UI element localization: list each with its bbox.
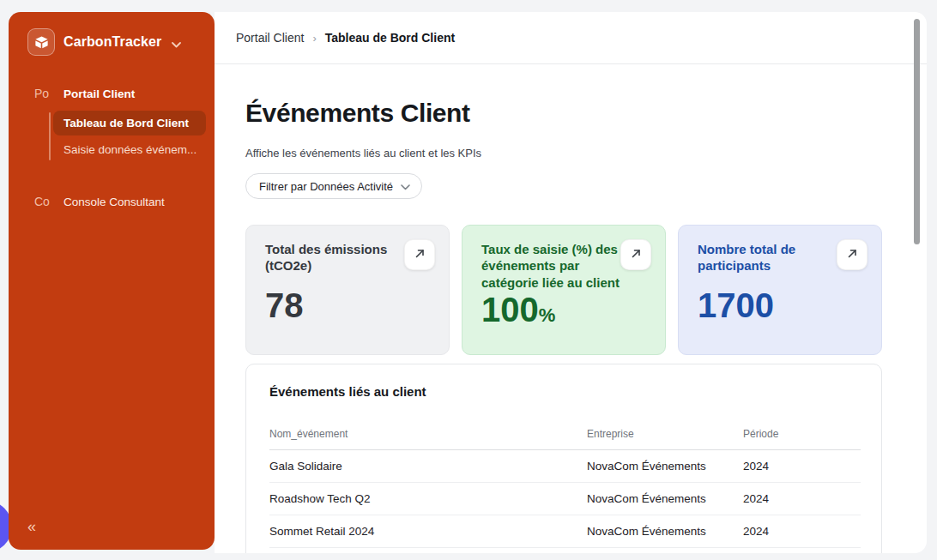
table-cell: NovaCom Événements	[587, 548, 743, 554]
kpi-card-taux-saisie: Taux de saisie (%) des événements par ca…	[462, 225, 666, 355]
sidebar-item-saisie-donnees[interactable]: Saisie données événem...	[53, 137, 206, 162]
breadcrumb-current: Tableau de Bord Client	[325, 31, 455, 45]
sidebar-group-portail-client[interactable]: Po Portail Client	[9, 85, 215, 102]
sidebar-group-children: Tableau de Bord Client Saisie données év…	[9, 111, 215, 162]
kpi-value: 1700	[698, 288, 867, 322]
events-table-title: Événements liés au client	[269, 384, 861, 399]
table-row[interactable]: Conférence RSE 2024NovaCom Événements202…	[269, 548, 861, 554]
expand-kpi-button[interactable]	[837, 239, 867, 270]
tree-indent-line	[49, 112, 51, 160]
table-row[interactable]: Gala SolidaireNovaCom Événements2024	[269, 450, 861, 483]
expand-kpi-button[interactable]	[620, 239, 651, 270]
page-title: Événements Client	[245, 99, 927, 128]
group-label: Portail Client	[63, 87, 135, 100]
column-header-nom-evenement: Nom_événement	[269, 425, 587, 450]
events-table-card: Événements liés au client Nom_événement …	[245, 364, 882, 553]
table-cell: NovaCom Événements	[587, 515, 743, 548]
chevron-down-icon	[172, 36, 181, 51]
group-label: Console Consultant	[63, 196, 165, 208]
table-cell: Conférence RSE 2024	[269, 548, 587, 554]
group-prefix: Po	[34, 87, 51, 100]
kpi-title: Taux de saisie (%) des événements par ca…	[481, 241, 620, 291]
app-logo-icon	[27, 28, 55, 56]
kpi-title: Total des émissions (tCO2e)	[265, 241, 404, 274]
brand-name: CarbonTracker	[63, 34, 161, 50]
events-table: Nom_événement Entreprise Période Gala So…	[269, 425, 861, 553]
collapse-sidebar-button[interactable]: «	[27, 518, 35, 536]
page-content: Événements Client Affiche les événements…	[215, 64, 927, 553]
group-prefix: Co	[34, 195, 51, 208]
page-subtitle: Affiche les événements liés au client et…	[245, 147, 927, 160]
expand-kpi-button[interactable]	[404, 239, 435, 270]
table-row[interactable]: Roadshow Tech Q2NovaCom Événements2024	[269, 483, 861, 515]
table-row[interactable]: Sommet Retail 2024NovaCom Événements2024	[269, 515, 861, 548]
app-window: CarbonTracker Po Portail Client Tableau …	[0, 0, 937, 560]
table-cell: 2024	[743, 515, 861, 548]
kpi-row: Total des émissions (tCO2e) 78 Taux de s…	[245, 225, 882, 355]
workspace-switcher[interactable]: CarbonTracker	[9, 12, 215, 56]
table-cell: 2024	[743, 548, 861, 554]
arrow-up-right-icon	[631, 248, 642, 262]
kpi-title: Nombre total de participants	[698, 241, 837, 274]
table-cell: NovaCom Événements	[587, 483, 743, 515]
sidebar-group-console-consultant[interactable]: Co Console Consultant	[9, 193, 215, 210]
sidebar: CarbonTracker Po Portail Client Tableau …	[9, 12, 215, 550]
table-cell: 2024	[743, 483, 861, 515]
kpi-card-total-emissions: Total des émissions (tCO2e) 78	[245, 225, 450, 355]
breadcrumb-parent[interactable]: Portail Client	[236, 31, 304, 45]
vertical-scrollbar[interactable]	[914, 19, 920, 244]
kpi-card-participants: Nombre total de participants 1700	[678, 225, 882, 355]
chevron-right-icon: ›	[312, 32, 316, 45]
arrow-up-right-icon	[414, 248, 426, 262]
table-cell: NovaCom Événements	[587, 450, 743, 483]
arrow-up-right-icon	[847, 248, 858, 262]
sidebar-item-tableau-de-bord-client[interactable]: Tableau de Bord Client	[53, 111, 206, 135]
filter-label: Filtrer par Données Activité	[259, 180, 393, 193]
column-header-periode: Période	[743, 425, 861, 450]
table-cell: Gala Solidaire	[269, 450, 587, 483]
events-table-body: Gala SolidaireNovaCom Événements2024Road…	[269, 450, 861, 554]
kpi-value: 78	[265, 288, 435, 322]
table-cell: 2024	[743, 450, 861, 483]
chevron-down-icon	[401, 180, 410, 193]
main-panel: Portail Client › Tableau de Bord Client …	[215, 12, 927, 553]
column-header-entreprise: Entreprise	[587, 425, 743, 450]
top-bar: Portail Client › Tableau de Bord Client	[215, 12, 927, 64]
table-cell: Roadshow Tech Q2	[269, 483, 587, 515]
breadcrumb: Portail Client › Tableau de Bord Client	[236, 31, 455, 45]
kpi-value: 100%	[481, 292, 651, 327]
table-cell: Sommet Retail 2024	[269, 515, 587, 548]
sidebar-nav: Po Portail Client Tableau de Bord Client…	[9, 85, 215, 210]
filter-dropdown[interactable]: Filtrer par Données Activité	[245, 173, 422, 199]
